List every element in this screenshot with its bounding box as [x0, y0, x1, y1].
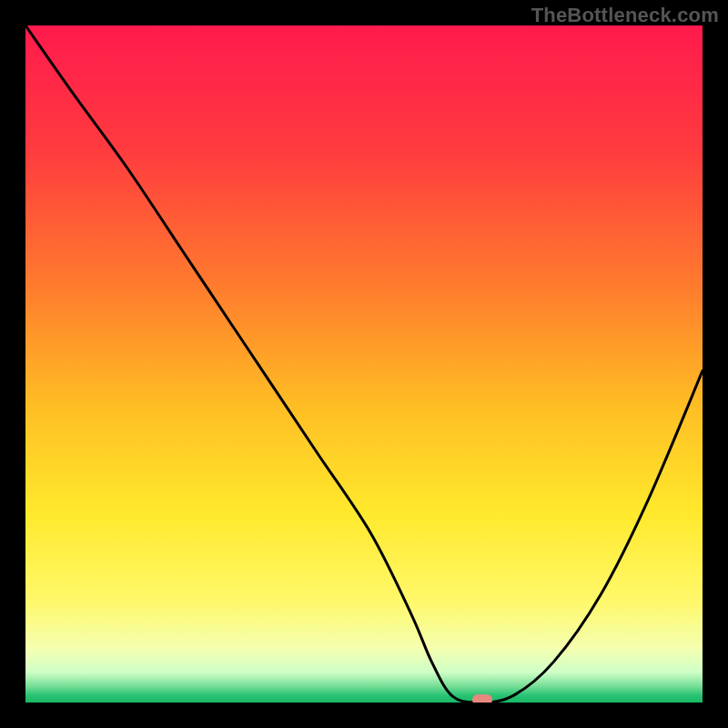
gradient-rect: [25, 25, 703, 703]
plot-area: [25, 25, 703, 703]
watermark-text: TheBottleneck.com: [531, 4, 719, 27]
chart-frame: TheBottleneck.com: [0, 0, 728, 728]
optimal-marker: [472, 694, 492, 703]
gradient-background-svg: [25, 25, 703, 703]
